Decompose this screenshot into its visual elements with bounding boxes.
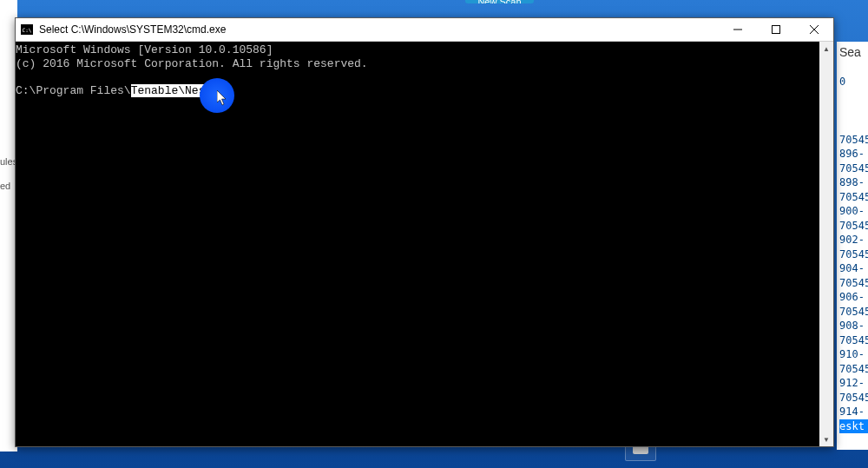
scrollbar-track[interactable]	[819, 56, 833, 432]
bg-right-row: 898-	[839, 175, 868, 190]
cmd-window: C:\ Select C:\Windows\SYSTEM32\cmd.exe M…	[15, 17, 834, 447]
close-icon	[810, 25, 819, 34]
scrollbar-up-button[interactable]: ▲	[819, 42, 833, 56]
bg-right-row: 70545	[839, 333, 868, 348]
bg-left-label-2: ed	[0, 181, 10, 191]
terminal-selection-yellow: sus	[205, 84, 225, 97]
window-title: Select C:\Windows\SYSTEM32\cmd.exe	[39, 23, 719, 36]
bg-right-panel: Sea 0 70545896-70545898-70545900-7054590…	[837, 42, 868, 450]
terminal-content[interactable]: Microsoft Windows [Version 10.0.10586] (…	[16, 42, 819, 446]
bg-right-row: 896-	[839, 147, 868, 161]
titlebar[interactable]: C:\ Select C:\Windows\SYSTEM32\cmd.exe	[16, 18, 833, 42]
bg-right-row: 70545	[839, 219, 868, 234]
bg-right-row: 70545	[839, 276, 868, 291]
terminal-selection-white: Tenable\Nes	[131, 84, 206, 97]
bg-right-row: 908-	[839, 319, 868, 333]
terminal-body: Microsoft Windows [Version 10.0.10586] (…	[16, 42, 833, 446]
svg-rect-1	[773, 26, 780, 34]
cmd-icon: C:\	[21, 24, 33, 35]
bg-right-row: 910-	[839, 347, 868, 362]
new-scan-button[interactable]: New Scan	[465, 0, 533, 3]
window-controls	[719, 18, 833, 41]
terminal-prompt-prefix: C:\Program Files\	[16, 84, 131, 97]
bg-right-row: 912-	[839, 376, 868, 391]
minimize-icon	[733, 25, 742, 34]
bg-right-row: 70545	[839, 305, 868, 320]
bg-right-row: 70545	[839, 133, 868, 148]
bg-right-row: 914-	[839, 405, 868, 419]
bg-top-buttons: Import New Folder New Scan	[308, 0, 534, 3]
bg-right-zero: 0	[839, 75, 868, 89]
bg-right-row: 70545	[839, 391, 868, 405]
scrollbar-down-button[interactable]: ▼	[819, 432, 833, 446]
bg-right-row: 906-	[839, 290, 868, 305]
minimize-button[interactable]	[719, 18, 757, 41]
bg-right-row: 70545	[839, 161, 868, 176]
bg-right-row: 902-	[839, 233, 868, 247]
close-button[interactable]	[795, 18, 833, 41]
scrollbar[interactable]: ▲ ▼	[819, 42, 833, 446]
terminal-caret: >	[226, 84, 233, 97]
bg-right-header: Sea	[839, 45, 868, 59]
bg-right-row: 70545	[839, 362, 868, 377]
terminal-line-2: (c) 2016 Microsoft Corporation. All righ…	[16, 57, 368, 70]
bg-right-row: 900-	[839, 204, 868, 219]
bg-right-row: 904-	[839, 261, 868, 276]
bg-right-row: 70545	[839, 247, 868, 262]
bg-right-last: eskt	[839, 419, 868, 434]
terminal-line-1: Microsoft Windows [Version 10.0.10586]	[16, 43, 273, 56]
bg-right-row: 70545	[839, 190, 868, 205]
maximize-icon	[772, 25, 780, 34]
maximize-button[interactable]	[757, 18, 795, 41]
